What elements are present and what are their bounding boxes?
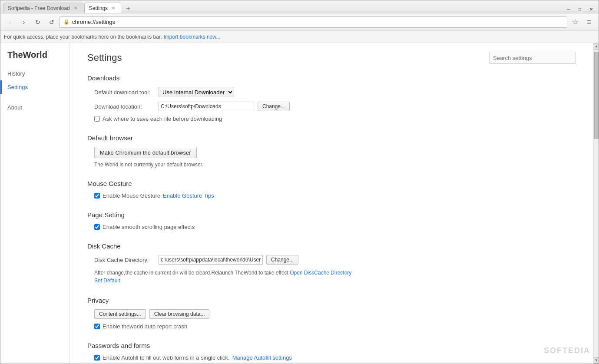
mouse-gesture-section: Mouse Gesture Enable Mouse Gesture Enabl… [87, 180, 576, 199]
passwords-content: Enable Autofill to fill out web forms in… [87, 354, 576, 361]
default-browser-hint: The World is not currently your default … [94, 162, 576, 168]
default-tool-row: Default download tool: Use Internal Down… [94, 87, 576, 97]
bookmarks-message: For quick access, place your bookmarks h… [4, 34, 162, 40]
window-controls: ─ □ ✕ [564, 5, 596, 13]
scrollbar[interactable]: ▲ ▼ [593, 43, 599, 364]
mouse-gesture-content: Enable Mouse Gesture Enable Gesture Tips [87, 192, 576, 199]
disk-cache-title: Disk Cache [87, 242, 576, 250]
default-browser-section: Default browser Make Chromium the defaul… [87, 134, 576, 168]
close-button[interactable]: ✕ [586, 5, 596, 13]
scrollbar-thumb[interactable] [594, 52, 599, 139]
tab-settings[interactable]: Settings ✕ [84, 3, 121, 13]
set-default-link[interactable]: Set Default [94, 278, 120, 284]
toolbar-right: ☆ ≡ [569, 17, 595, 28]
disk-cache-content: Disk Cache Directory: Change... After ch… [87, 255, 576, 285]
page-setting-content: Enable smooth scrolling page effects [87, 224, 576, 230]
autofill-row: Enable Autofill to fill out web forms in… [94, 354, 576, 361]
tab-softpedia[interactable]: Softpedia - Free Download ✕ [3, 3, 83, 13]
privacy-section: Privacy Content settings... Clear browsi… [87, 297, 576, 330]
gesture-tips-link[interactable]: Enable Gesture Tips [163, 192, 214, 199]
sidebar-item-settings[interactable]: Settings [0, 80, 69, 94]
watermark: SOFTEDIA [544, 346, 590, 355]
privacy-buttons-row: Content settings... Clear browsing data.… [94, 309, 576, 319]
title-bar: Softpedia - Free Download ✕ Settings ✕ +… [0, 0, 599, 13]
passwords-section: Passwords and forms Enable Autofill to f… [87, 342, 576, 361]
enable-mouse-gesture-row: Enable Mouse Gesture Enable Gesture Tips [94, 192, 576, 199]
forward-button[interactable]: › [18, 17, 30, 28]
default-browser-title: Default browser [87, 134, 576, 142]
toolbar: ‹ › ↻ ↺ 🔒 chrome://settings ☆ ≡ [0, 13, 599, 31]
settings-header: Settings [87, 52, 576, 64]
back-button[interactable]: ‹ [4, 17, 16, 28]
sidebar: TheWorld History Settings About [0, 43, 70, 364]
content-settings-button[interactable]: Content settings... [94, 309, 146, 319]
scrollbar-up-button[interactable]: ▲ [594, 43, 599, 50]
bookmarks-bar: For quick access, place your bookmarks h… [0, 31, 599, 43]
default-tool-select[interactable]: Use Internal DownloaderUse System Downlo… [159, 87, 234, 97]
auto-report-checkbox[interactable] [94, 324, 100, 329]
download-location-label: Download location: [94, 103, 155, 110]
settings-content: Settings Downloads Default download tool… [70, 43, 593, 364]
download-location-input[interactable] [159, 102, 254, 111]
sidebar-logo: TheWorld [0, 46, 69, 67]
disk-cache-dir-input[interactable] [159, 255, 263, 265]
sidebar-item-about[interactable]: About [0, 101, 69, 114]
ask-save-checkbox[interactable] [94, 116, 100, 122]
address-bar[interactable]: 🔒 chrome://settings [60, 17, 567, 28]
search-settings-input[interactable] [489, 52, 576, 64]
tab-settings-label: Settings [89, 5, 108, 11]
make-default-browser-button[interactable]: Make Chromium the default browser [94, 147, 197, 158]
menu-button[interactable]: ≡ [583, 17, 595, 28]
tab-bar: Softpedia - Free Download ✕ Settings ✕ + [3, 3, 564, 13]
smooth-scroll-checkbox[interactable] [94, 224, 100, 230]
enable-mouse-gesture-label: Enable Mouse Gesture [103, 192, 160, 199]
mouse-gesture-title: Mouse Gesture [87, 180, 576, 187]
sidebar-about-label: About [7, 104, 22, 111]
auto-report-row: Enable theworld auto report crash [94, 323, 576, 330]
privacy-content: Content settings... Clear browsing data.… [87, 309, 576, 330]
sidebar-settings-label: Settings [7, 84, 28, 90]
tab-softpedia-close[interactable]: ✕ [73, 5, 79, 11]
enable-mouse-gesture-checkbox[interactable] [94, 193, 100, 199]
downloads-section: Downloads Default download tool: Use Int… [87, 74, 576, 122]
passwords-title: Passwords and forms [87, 342, 576, 349]
scrollbar-down-button[interactable]: ▼ [594, 357, 599, 364]
default-tool-label: Default download tool: [94, 89, 155, 96]
page-icon: 🔒 [63, 19, 69, 25]
download-location-row: Download location: Change... [94, 102, 576, 111]
sidebar-item-history[interactable]: History [0, 67, 69, 80]
sidebar-history-label: History [7, 70, 25, 77]
disk-cache-note: After change,the cache in current dir wi… [94, 269, 576, 285]
import-bookmarks-link[interactable]: Import bookmarks now... [164, 34, 221, 40]
clear-browsing-button[interactable]: Clear browsing data... [149, 309, 210, 319]
reload2-button[interactable]: ↺ [46, 17, 58, 28]
minimize-button[interactable]: ─ [564, 5, 573, 13]
url-text: chrome://settings [72, 19, 563, 25]
page-setting-section: Page Setting Enable smooth scrolling pag… [87, 211, 576, 230]
tab-settings-close[interactable]: ✕ [110, 5, 116, 11]
new-tab-button[interactable]: + [122, 4, 134, 13]
disk-cache-dir-row: Disk Cache Directory: Change... [94, 255, 576, 265]
tab-softpedia-label: Softpedia - Free Download [8, 5, 70, 11]
bookmark-star-button[interactable]: ☆ [569, 17, 581, 28]
download-location-change-button[interactable]: Change... [258, 102, 290, 111]
smooth-scroll-row: Enable smooth scrolling page effects [94, 224, 576, 230]
cache-note-text: After change,the cache in current dir wi… [94, 270, 288, 276]
default-browser-content: Make Chromium the default browser The Wo… [87, 147, 576, 168]
main-area: TheWorld History Settings About Settings… [0, 43, 599, 364]
ask-save-row: Ask where to save each file before downl… [94, 116, 576, 122]
maximize-button[interactable]: □ [575, 5, 585, 13]
disk-cache-change-button[interactable]: Change... [266, 255, 298, 265]
privacy-title: Privacy [87, 297, 576, 304]
page-setting-title: Page Setting [87, 211, 576, 218]
autofill-label: Enable Autofill to fill out web forms in… [103, 354, 230, 361]
reload-button[interactable]: ↻ [32, 17, 44, 28]
disk-cache-dir-label: Disk Cache Directory: [94, 257, 155, 263]
page-title: Settings [87, 52, 122, 63]
open-disk-cache-link[interactable]: Open DiskCache Directory [290, 270, 351, 276]
auto-report-label: Enable theworld auto report crash [103, 323, 187, 330]
manage-autofill-link[interactable]: Manage Autofill settings [232, 354, 292, 361]
downloads-title: Downloads [87, 74, 576, 82]
ask-save-label: Ask where to save each file before downl… [103, 116, 222, 122]
autofill-checkbox[interactable] [94, 355, 100, 361]
